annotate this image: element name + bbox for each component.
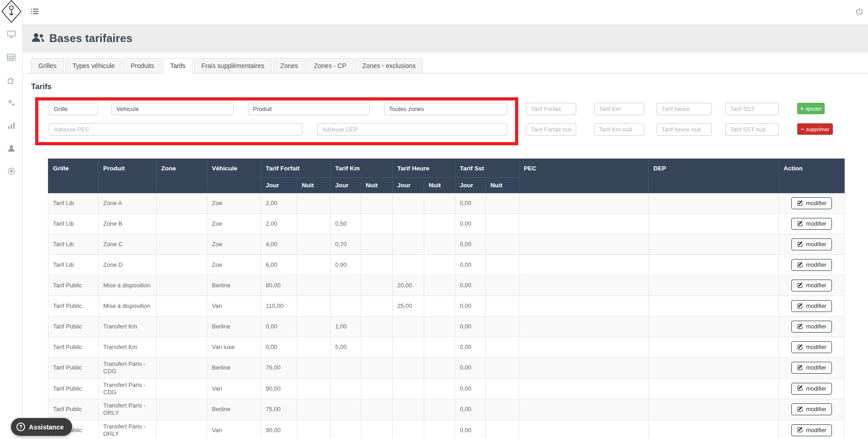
cell-pec <box>519 399 649 420</box>
cell-produit: Zone D <box>99 255 157 275</box>
tarif-sst-input[interactable] <box>725 103 779 115</box>
tab-zones[interactable]: Zones <box>273 58 305 74</box>
modifier-button[interactable]: modifier <box>791 238 831 250</box>
tab-types-vehicule[interactable]: Types véhicule <box>65 58 122 74</box>
cell-km-jour <box>331 399 361 420</box>
col-tarif-heure: Tarif Heure <box>393 159 455 178</box>
cell-vehicule: Berline <box>207 317 261 337</box>
app-logo <box>1 0 21 23</box>
table-row: Tarif Public Mise à disposition Berline … <box>48 275 845 296</box>
modifier-button[interactable]: modifier <box>791 300 831 312</box>
cell-dep <box>649 296 779 317</box>
page: Bases tarifaires Grilles Types véhicule … <box>0 0 868 439</box>
produit-select[interactable]: Produit <box>248 103 370 115</box>
supprimer-button[interactable]: −supprimer <box>797 123 833 135</box>
modifier-button[interactable]: modifier <box>791 403 831 415</box>
col-dep: DEP <box>649 159 779 193</box>
cell-vehicule: Zoe <box>207 193 261 214</box>
cell-vehicule: Berline <box>207 358 261 379</box>
edit-icon <box>797 323 803 331</box>
user-icon[interactable] <box>6 143 16 153</box>
cell-pec <box>519 296 649 317</box>
modifier-label: modifier <box>806 303 826 309</box>
vehicule-select[interactable]: Vehicule <box>111 103 234 115</box>
tarif-km-nuit-input[interactable] <box>594 123 644 136</box>
sidebar <box>0 0 23 439</box>
cell-forfait-nuit <box>297 399 331 420</box>
tarif-km-input[interactable] <box>594 103 644 115</box>
modifier-button[interactable]: modifier <box>791 259 831 271</box>
cell-forfait-jour: 4,00 <box>261 234 297 255</box>
tab-frais-supplementaires[interactable]: Frais supplémentaires <box>194 58 272 74</box>
cell-forfait-jour: 0,00 <box>261 337 297 358</box>
cell-zone <box>157 337 207 358</box>
cell-dep <box>649 214 779 234</box>
menu-icon[interactable] <box>31 8 38 16</box>
cell-produit: Transfert Km <box>99 337 157 358</box>
cell-forfait-nuit <box>297 275 331 296</box>
modifier-button[interactable]: modifier <box>791 362 831 374</box>
cell-produit: Zone B <box>99 214 157 234</box>
tab-tarifs[interactable]: Tarifs <box>163 58 193 74</box>
cell-forfait-jour: 75,00 <box>261 358 297 379</box>
col-tarif-forfait: Tarif Forfait <box>261 159 331 178</box>
section-title: Tarifs <box>31 82 52 91</box>
cell-sst-nuit <box>486 399 519 420</box>
assistance-button[interactable]: ? Assistance <box>11 418 72 436</box>
cell-heure-nuit <box>424 296 455 317</box>
cell-produit: Zone A <box>99 193 157 214</box>
chart-icon[interactable] <box>6 121 16 131</box>
cell-heure-jour <box>393 193 424 214</box>
modifier-label: modifier <box>806 323 826 330</box>
gears-icon[interactable] <box>6 98 16 108</box>
cell-km-nuit <box>361 296 393 317</box>
cell-pec <box>519 420 649 439</box>
modifier-button[interactable]: modifier <box>791 341 831 353</box>
cell-heure-nuit <box>424 275 455 296</box>
cell-pec <box>519 275 649 296</box>
cell-heure-nuit <box>424 193 455 214</box>
modifier-label: modifier <box>806 282 826 289</box>
target-icon[interactable] <box>6 166 16 176</box>
cell-dep <box>649 337 779 358</box>
cell-km-jour: 0,50 <box>331 214 361 234</box>
edit-icon <box>797 261 803 269</box>
table-icon[interactable] <box>6 52 16 62</box>
tab-zones-cp[interactable]: Zones - CP <box>307 58 354 74</box>
modifier-button[interactable]: modifier <box>791 280 831 291</box>
tarif-sst-nuit-input[interactable] <box>725 123 779 136</box>
edit-icon <box>797 344 803 351</box>
zones-select[interactable]: Toutes zones <box>384 103 507 115</box>
adresse-dep-input[interactable] <box>317 123 507 136</box>
power-icon[interactable] <box>855 7 863 17</box>
cell-action: modifier <box>779 214 845 234</box>
tab-produits[interactable]: Produits <box>123 58 161 74</box>
tab-grilles[interactable]: Grilles <box>31 58 64 74</box>
modifier-button[interactable]: modifier <box>791 218 831 230</box>
desktop-icon[interactable] <box>6 29 16 39</box>
modifier-label: modifier <box>806 241 826 248</box>
grille-select[interactable]: Grille <box>49 103 98 115</box>
tab-zones-exclusions[interactable]: Zones - exclusions <box>355 58 423 74</box>
supprimer-label: supprimer <box>806 127 829 132</box>
tarif-heure-input[interactable] <box>657 103 712 115</box>
ajouter-button[interactable]: +ajouter <box>797 103 825 114</box>
modifier-button[interactable]: modifier <box>791 424 831 436</box>
adresse-pec-input[interactable] <box>49 123 302 136</box>
tarif-forfait-input[interactable] <box>526 103 576 115</box>
puzzle-icon[interactable] <box>6 75 16 85</box>
cell-forfait-jour: 2,00 <box>261 214 297 234</box>
modifier-button[interactable]: modifier <box>791 383 831 395</box>
col-km-jour: Jour <box>331 178 361 193</box>
cell-action: modifier <box>779 378 845 399</box>
tarif-heure-nuit-input[interactable] <box>657 123 712 136</box>
cell-pec <box>519 337 649 358</box>
cell-sst-jour: 0,00 <box>455 234 486 255</box>
modifier-label: modifier <box>806 200 826 206</box>
cell-produit: Transfert Km <box>99 317 157 337</box>
table-row: Tarif Lib Zone C Zoe 4,00 0,70 0,00 modi… <box>48 234 845 255</box>
cell-produit: Mise à disposition <box>99 296 157 317</box>
modifier-button[interactable]: modifier <box>791 197 831 209</box>
tarif-forfait-nuit-input[interactable] <box>526 123 576 136</box>
modifier-button[interactable]: modifier <box>791 321 831 333</box>
